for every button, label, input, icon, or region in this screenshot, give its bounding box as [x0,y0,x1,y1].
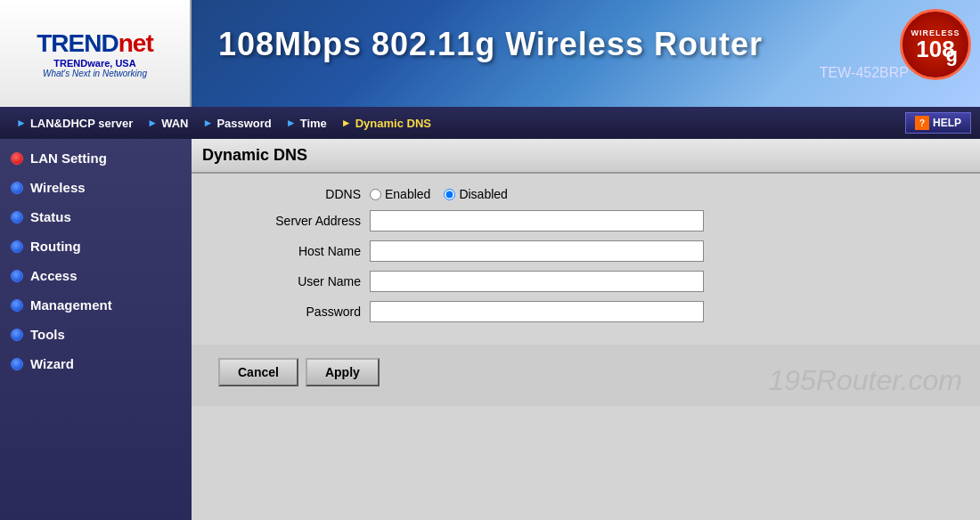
sidebar: LAN Setting Wireless Status Routing Acce… [0,139,192,520]
cancel-button[interactable]: Cancel [218,358,298,386]
ddns-enabled-radio[interactable] [370,189,381,200]
sidebar-dot-routing [11,240,23,253]
password-row: Password [209,301,962,322]
sidebar-label-tools: Tools [30,327,65,342]
sidebar-item-wizard[interactable]: Wizard [0,349,192,378]
nav-label-time: Time [300,117,327,130]
header-model: TEW-452BRP [218,65,980,81]
sidebar-label-wizard: Wizard [30,356,74,371]
page-title-bar: Dynamic DNS [192,139,980,174]
ddns-enabled-text: Enabled [385,187,430,201]
ddns-row: DDNS Enabled Disabled [209,187,962,201]
sidebar-dot-wireless [11,182,23,194]
nav-arrow-time: ► [286,117,297,129]
server-address-label: Server Address [209,214,370,228]
sidebar-item-lan[interactable]: LAN Setting [0,143,192,173]
wireless-badge: WIRELESS 108 g [900,9,971,80]
nav-label-wan: WAN [161,117,188,130]
header-title: 108Mbps 802.11g Wireless Router [218,26,980,63]
sidebar-item-status[interactable]: Status [0,202,192,232]
help-button[interactable]: ? HELP [905,112,971,134]
content-area: Dynamic DNS DDNS Enabled Disabled [192,139,980,520]
nav-arrow-ddns: ► [341,117,352,129]
main-layout: LAN Setting Wireless Status Routing Acce… [0,139,980,520]
help-label: HELP [933,117,961,129]
ddns-label: DDNS [209,187,370,201]
nav-item-lan[interactable]: ► LAN&DHCP server [9,117,140,130]
help-icon: ? [915,116,929,130]
nav-item-wan[interactable]: ► WAN [140,117,195,130]
brand-logo: TRENDnet [37,29,152,58]
header-title-area: 108Mbps 802.11g Wireless Router TEW-452B… [192,26,980,81]
nav-label-ddns: Dynamic DNS [355,117,431,130]
brand-subbrand: TRENDware, USA [53,58,135,69]
password-label: Password [209,305,370,319]
sidebar-item-access[interactable]: Access [0,261,192,290]
button-row: Cancel Apply [192,345,980,400]
brand-suffix: net [118,29,153,57]
nav-label-lan: LAN&DHCP server [30,117,133,130]
nav-arrow-wan: ► [147,117,158,129]
brand-tagline: What's Next in Networking [43,69,147,78]
nav-item-ddns[interactable]: ► Dynamic DNS [334,117,438,130]
sidebar-label-lan: LAN Setting [30,150,107,166]
content-background: Dynamic DNS DDNS Enabled Disabled [192,139,980,406]
server-address-row: Server Address [209,210,962,232]
form-area: DDNS Enabled Disabled Server A [192,174,980,345]
user-name-input[interactable] [370,271,704,292]
ddns-radio-group: Enabled Disabled [370,187,508,201]
host-name-label: Host Name [209,244,370,258]
sidebar-dot-tools [11,329,23,341]
server-address-input[interactable] [370,210,704,232]
sidebar-item-wireless[interactable]: Wireless [0,173,192,202]
host-name-row: Host Name [209,240,962,262]
password-input[interactable] [370,301,704,322]
nav-item-password[interactable]: ► Password [195,117,278,130]
sidebar-dot-wizard [11,358,23,370]
nav-label-password: Password [216,117,271,130]
nav-item-time[interactable]: ► Time [279,117,334,130]
ddns-enabled-label[interactable]: Enabled [370,187,430,201]
ddns-disabled-text: Disabled [459,187,507,201]
sidebar-item-tools[interactable]: Tools [0,320,192,349]
brand-prefix: TREND [37,29,118,57]
apply-button[interactable]: Apply [306,358,380,386]
sidebar-label-access: Access [30,268,78,283]
sidebar-dot-lan [11,152,23,165]
badge-gen-label: g [946,44,958,67]
logo-area: TRENDnet TRENDware, USA What's Next in N… [0,0,192,107]
sidebar-dot-status [11,211,23,223]
header: TRENDnet TRENDware, USA What's Next in N… [0,0,980,107]
sidebar-label-status: Status [30,209,71,224]
sidebar-item-management[interactable]: Management [0,290,192,320]
user-name-row: User Name [209,271,962,292]
nav-arrow-password: ► [202,117,213,129]
sidebar-label-routing: Routing [30,239,81,254]
sidebar-label-wireless: Wireless [30,180,86,195]
host-name-input[interactable] [370,240,704,262]
sidebar-dot-access [11,270,23,282]
ddns-disabled-label[interactable]: Disabled [444,187,507,201]
nav-arrow-lan: ► [16,117,27,129]
sidebar-dot-management [11,299,23,312]
sidebar-item-routing[interactable]: Routing [0,232,192,261]
page-title: Dynamic DNS [202,146,307,164]
navbar: ► LAN&DHCP server ► WAN ► Password ► Tim… [0,107,980,139]
user-name-label: User Name [209,274,370,288]
sidebar-label-management: Management [30,297,112,313]
ddns-disabled-radio[interactable] [444,189,455,200]
